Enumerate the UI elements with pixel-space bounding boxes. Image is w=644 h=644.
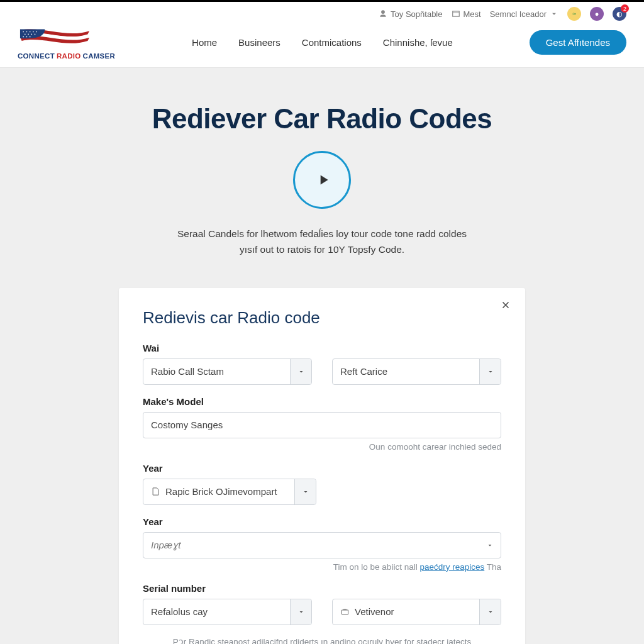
svg-point-4 (36, 31, 37, 33)
nav-business[interactable]: Busineers (238, 37, 280, 48)
site-logo[interactable]: CONNECT RADIO CAMSER (18, 25, 115, 60)
chevron-down-icon (302, 488, 309, 496)
close-button[interactable] (500, 299, 511, 314)
card-icon (452, 9, 460, 18)
row-year1: Year Rapic Brick OJimevompart (143, 463, 501, 505)
svg-point-6 (28, 34, 29, 35)
header-main: CONNECT RADIO CAMSER Home Busineers Cont… (18, 25, 626, 60)
notif-badge: 2 (621, 4, 629, 13)
nav-communications[interactable]: Contmications (302, 37, 362, 48)
chevron-down-icon (550, 9, 558, 18)
main-nav: Home Busineers Contmications Chinnishe, … (192, 37, 453, 48)
svg-point-9 (23, 36, 24, 38)
make-input[interactable]: Costomy Sanges (143, 412, 501, 438)
reft-value: Reft Carice (340, 366, 387, 377)
notif-pill-2[interactable]: ● (590, 7, 604, 21)
hero-line1: Seraal Candels for lhetwom fedaĺies loy … (25, 226, 619, 242)
svg-point-0 (23, 31, 24, 33)
year1-select[interactable]: Rapic Brick OJimevompart (143, 479, 316, 505)
hero-section: Rediever Car Radio Codes Seraal Candels … (0, 68, 644, 274)
card-title: Redievis car Radio code (143, 308, 501, 328)
play-button[interactable] (293, 151, 351, 209)
year2-helper: Tim on lo be abiict nall paećdry reapice… (143, 562, 501, 572)
form-card: Redievis car Radio code Wai Rabio Call S… (119, 288, 525, 644)
utility-nav: Toy Sopňtable Mest Semncl Iceador ≈ ● ◐2 (18, 7, 626, 21)
svg-point-8 (35, 34, 36, 35)
chevron-down-icon (297, 368, 305, 375)
card-footer: Pɔr Randic steanost adjlacifnd rdiderts … (143, 636, 501, 644)
top-bar: Toy Sopňtable Mest Semncl Iceador ≈ ● ◐2 (0, 0, 644, 68)
wai-select[interactable]: Rabio Call Sctam (143, 358, 312, 385)
serial-select[interactable]: Refalolus cay (143, 599, 312, 625)
cta-button[interactable]: Gest Affıtendes (530, 30, 626, 55)
make-value: Costomy Sanges (151, 419, 223, 430)
notif-pill-3[interactable]: ◐2 (613, 7, 626, 21)
row-year2: Year Inpæɣt Tim on lo be abiict nall pae… (143, 516, 501, 572)
svg-point-2 (30, 31, 31, 33)
year1-value: Rapic Brick OJimevompart (165, 486, 277, 497)
flag-icon (18, 25, 92, 52)
svg-point-10 (26, 36, 28, 38)
year2-label: Year (143, 516, 501, 527)
helper-link[interactable]: paećdry reapices (419, 562, 484, 572)
year2-placeholder: Inpæɣt (151, 540, 180, 551)
close-icon (500, 299, 511, 311)
year1-label: Year (143, 463, 501, 474)
chevron-down-icon (297, 608, 305, 616)
row-wai: Wai Rabio Call Sctam Reft Carice (143, 343, 501, 385)
serial-label: Serial number (143, 583, 501, 594)
hero-line2: yısıf out to ratois for 10Y Topsfy Code. (25, 242, 619, 258)
search-label: Semncl Iceador (490, 9, 547, 19)
document-icon (151, 487, 160, 496)
search-dropdown[interactable]: Semncl Iceador (490, 9, 558, 19)
chevron-down-icon (487, 368, 494, 375)
svg-point-11 (30, 36, 31, 38)
wai-value: Rabio Call Sctam (151, 366, 224, 377)
nav-chinnishe[interactable]: Chinnishe, ſevue (383, 37, 453, 48)
reft-select[interactable]: Reft Carice (332, 358, 501, 385)
svg-point-7 (31, 34, 32, 35)
wai-label: Wai (143, 343, 501, 353)
user-label: Toy Sopňtable (391, 9, 442, 19)
svg-point-5 (25, 34, 26, 35)
row-make: Make's Model Costomy Sanges Oun comooht … (143, 396, 501, 452)
make-helper: Oun comooht carear inchied seded (143, 442, 501, 452)
row-serial: Serial number Refalolus cay Vetivenor (143, 583, 501, 625)
play-icon (315, 172, 331, 188)
notif-pill-1[interactable]: ≈ (567, 7, 581, 21)
user-menu[interactable]: Toy Sopňtable (379, 9, 442, 19)
mest-label: Mest (464, 9, 481, 19)
chevron-down-icon (487, 608, 494, 616)
year2-select[interactable]: Inpæɣt (143, 532, 501, 558)
user-icon (379, 9, 387, 18)
mest-link[interactable]: Mest (452, 9, 481, 19)
vet-select[interactable]: Vetivenor (332, 599, 501, 625)
nav-home[interactable]: Home (192, 37, 217, 48)
svg-point-3 (33, 31, 34, 33)
vet-value: Vetivenor (355, 606, 394, 617)
page-title: Rediever Car Radio Codes (25, 103, 619, 135)
briefcase-icon (340, 607, 350, 616)
logo-text: CONNECT RADIO CAMSER (18, 52, 115, 60)
svg-point-1 (26, 31, 28, 33)
chevron-down-icon (486, 541, 494, 549)
serial-value: Refalolus cay (151, 606, 208, 617)
make-label: Make's Model (143, 396, 501, 407)
